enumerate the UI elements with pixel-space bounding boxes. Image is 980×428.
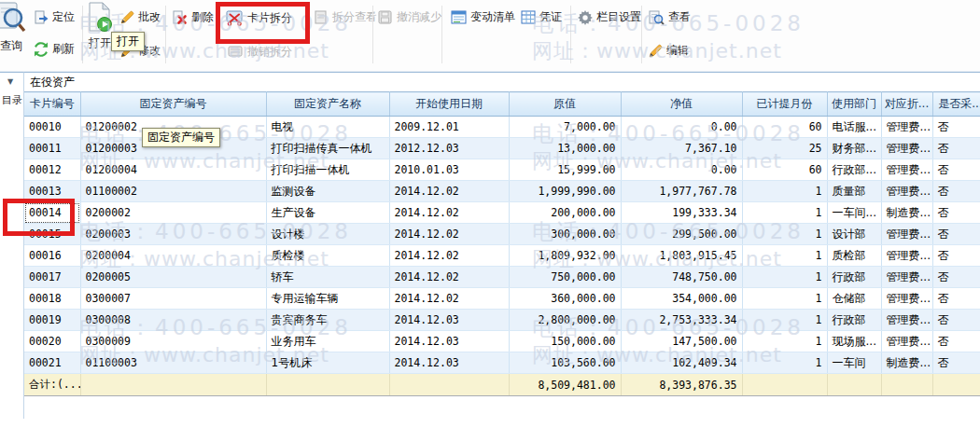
table-row[interactable]: 000140200002生产设备2014.12.02200,000.00199,… bbox=[24, 202, 980, 224]
cell[interactable]: 行政部 bbox=[827, 267, 881, 288]
table-row[interactable]: 000170200005轿车2014.12.02750,000.00748,75… bbox=[24, 267, 980, 288]
cell[interactable]: 打印扫描一体机 bbox=[266, 159, 389, 181]
cell[interactable]: 199,333.34 bbox=[621, 202, 742, 224]
cell[interactable] bbox=[827, 374, 881, 396]
cell[interactable]: 13,000.00 bbox=[509, 138, 621, 159]
catalog-tab[interactable]: 目录 bbox=[2, 93, 23, 107]
cell[interactable]: 0200003 bbox=[80, 224, 266, 245]
cell[interactable]: 00021 bbox=[24, 352, 80, 374]
cell[interactable]: 2014.12.02 bbox=[389, 181, 509, 202]
cell[interactable]: 业务用车 bbox=[266, 331, 389, 352]
column-settings-button[interactable]: 栏目设置 bbox=[578, 9, 641, 25]
cell[interactable]: 8,393,876.35 bbox=[621, 374, 742, 396]
cell[interactable]: 1号机床 bbox=[266, 352, 389, 374]
cell[interactable]: 2014.12.03 bbox=[389, 310, 509, 331]
cell[interactable]: 1 bbox=[742, 352, 827, 374]
cell[interactable]: 质量部 bbox=[827, 181, 881, 202]
cell[interactable]: 00011 bbox=[24, 138, 80, 159]
column-header[interactable]: 净值 bbox=[621, 92, 742, 117]
cell[interactable]: 102,409.34 bbox=[621, 352, 742, 374]
cell[interactable]: 25 bbox=[742, 138, 827, 159]
cell[interactable]: 01100003 bbox=[80, 352, 266, 374]
cell[interactable]: 贵宾商务车 bbox=[266, 310, 389, 331]
cell[interactable]: 轿车 bbox=[266, 267, 389, 288]
cell[interactable]: 专用运输车辆 bbox=[266, 288, 389, 310]
cell[interactable]: 00016 bbox=[24, 245, 80, 267]
column-header[interactable]: 使用部门 bbox=[827, 92, 881, 117]
open-button[interactable]: 打开 bbox=[86, 2, 114, 51]
batch-edit-button[interactable]: 批改 bbox=[120, 9, 161, 25]
cell[interactable]: 2014.12.03 bbox=[389, 331, 509, 352]
cell[interactable]: 否 bbox=[932, 352, 980, 374]
cell[interactable]: 00013 bbox=[24, 181, 80, 202]
cell[interactable]: 2,800,000.00 bbox=[509, 310, 621, 331]
refresh-button[interactable]: 刷新 bbox=[34, 41, 75, 57]
cell[interactable]: 748,750.00 bbox=[621, 267, 742, 288]
cell[interactable]: 管理费... bbox=[881, 159, 932, 181]
column-header[interactable]: 固定资产编号 bbox=[80, 92, 266, 117]
cell[interactable]: 1,999,990.00 bbox=[509, 181, 621, 202]
undo-split-button[interactable]: 撤销拆分 bbox=[228, 44, 292, 60]
table-row[interactable]: 0001301100002监测设备2014.12.021,999,990.001… bbox=[24, 181, 980, 202]
split-view-button[interactable]: 拆分查看 bbox=[314, 9, 377, 25]
cell[interactable]: 财务部... bbox=[827, 138, 881, 159]
cell[interactable]: 00014 bbox=[24, 202, 80, 224]
column-header[interactable]: 原值 bbox=[509, 92, 621, 117]
cell[interactable]: 0200002 bbox=[80, 202, 266, 224]
cell[interactable] bbox=[881, 374, 932, 396]
column-header[interactable]: 开始使用日期 bbox=[389, 92, 509, 117]
cell[interactable]: 1 bbox=[742, 310, 827, 331]
cell[interactable]: 否 bbox=[932, 181, 980, 202]
cell[interactable]: 管理费... bbox=[881, 310, 932, 331]
cell[interactable]: 1,809,932.00 bbox=[509, 245, 621, 267]
column-header[interactable]: 固定资产名称 bbox=[266, 92, 389, 117]
cell[interactable]: 7,000.00 bbox=[509, 117, 621, 138]
undo-decrease-button[interactable]: 撤消减少 bbox=[378, 9, 441, 25]
cell[interactable]: 1 bbox=[742, 202, 827, 224]
cell[interactable]: 147,500.00 bbox=[621, 331, 742, 352]
cell[interactable]: 299,500.00 bbox=[621, 224, 742, 245]
voucher-button[interactable]: 凭证 bbox=[521, 9, 562, 25]
cell[interactable]: 电视 bbox=[266, 117, 389, 138]
cell[interactable]: 1 bbox=[742, 267, 827, 288]
cell[interactable]: 00012 bbox=[24, 159, 80, 181]
cell[interactable]: 1,977,767.78 bbox=[621, 181, 742, 202]
cell[interactable]: 合计:(... bbox=[24, 374, 80, 396]
cell[interactable]: 否 bbox=[932, 224, 980, 245]
cell[interactable]: 否 bbox=[932, 245, 980, 267]
cell[interactable]: 否 bbox=[932, 117, 980, 138]
table-row[interactable]: 00021011000031号机床2014.12.03103,560.00102… bbox=[24, 352, 980, 374]
query-button[interactable]: 查询 bbox=[0, 2, 26, 54]
cell[interactable]: 00018 bbox=[24, 288, 80, 310]
cell[interactable]: 0.00 bbox=[621, 159, 742, 181]
view-button[interactable]: 查看 bbox=[649, 9, 691, 25]
cell[interactable]: 1 bbox=[742, 288, 827, 310]
cell[interactable]: 750,000.00 bbox=[509, 267, 621, 288]
cell[interactable]: 0.00 bbox=[621, 117, 742, 138]
cell[interactable]: 103,560.00 bbox=[509, 352, 621, 374]
cell[interactable]: 1 bbox=[742, 224, 827, 245]
cell[interactable]: 否 bbox=[932, 310, 980, 331]
cell[interactable]: 1,803,915.45 bbox=[621, 245, 742, 267]
cell[interactable]: 2014.12.02 bbox=[389, 245, 509, 267]
cell[interactable]: 2014.12.02 bbox=[389, 202, 509, 224]
cell[interactable]: 否 bbox=[932, 159, 980, 181]
cell[interactable]: 0200005 bbox=[80, 267, 266, 288]
table-row[interactable]: 000150200003设计楼2014.12.02300,000.00299,5… bbox=[24, 224, 980, 245]
cell[interactable]: 2014.12.02 bbox=[389, 288, 509, 310]
cell[interactable]: 0300007 bbox=[80, 288, 266, 310]
cell[interactable]: 1 bbox=[742, 245, 827, 267]
column-header[interactable]: 对应折... bbox=[881, 92, 932, 117]
cell[interactable]: 2014.12.02 bbox=[389, 267, 509, 288]
column-header[interactable]: 是否采... bbox=[932, 92, 980, 117]
cell[interactable]: 1 bbox=[742, 331, 827, 352]
cell[interactable]: 0300009 bbox=[80, 331, 266, 352]
cell[interactable]: 否 bbox=[932, 202, 980, 224]
locate-button[interactable]: 定位 bbox=[34, 9, 75, 25]
cell[interactable]: 设计部 bbox=[827, 224, 881, 245]
cell[interactable]: 仓储部 bbox=[827, 288, 881, 310]
cell[interactable]: 7,367.10 bbox=[621, 138, 742, 159]
cell[interactable] bbox=[266, 374, 389, 396]
cell[interactable]: 00010 bbox=[24, 117, 80, 138]
table-row[interactable]: 000160200004质检楼2014.12.021,809,932.001,8… bbox=[24, 245, 980, 267]
